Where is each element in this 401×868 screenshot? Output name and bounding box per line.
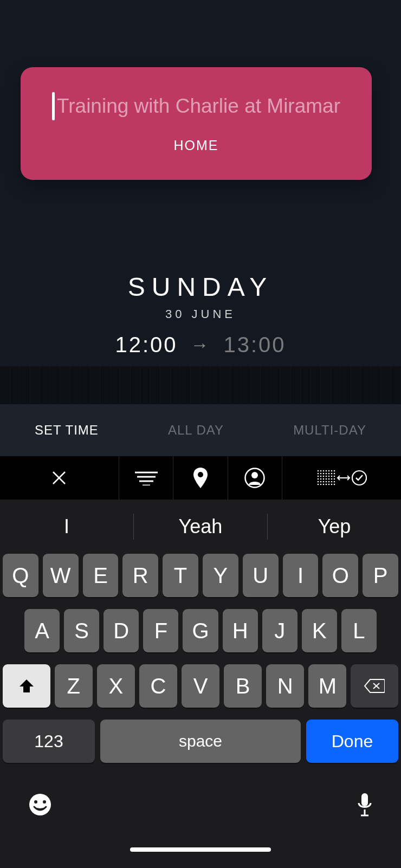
svg-point-24 bbox=[320, 476, 321, 477]
svg-point-29 bbox=[333, 476, 335, 477]
key-q[interactable]: Q bbox=[3, 554, 38, 597]
svg-point-34 bbox=[328, 478, 329, 480]
svg-point-56 bbox=[34, 800, 37, 804]
arrow-right-icon: → bbox=[191, 334, 211, 355]
svg-point-26 bbox=[325, 476, 327, 477]
svg-point-11 bbox=[322, 470, 324, 472]
key-r[interactable]: R bbox=[122, 554, 158, 597]
key-x[interactable]: X bbox=[97, 664, 135, 708]
key-d[interactable]: D bbox=[104, 609, 139, 652]
svg-point-44 bbox=[317, 484, 319, 485]
event-title-input[interactable]: Training with Charlie at Miramar bbox=[21, 92, 372, 120]
time-mode-tabs: SET TIME ALL DAY MULTI-DAY bbox=[0, 404, 401, 456]
key-shift[interactable] bbox=[3, 664, 50, 708]
svg-point-45 bbox=[320, 484, 321, 485]
svg-point-16 bbox=[317, 473, 319, 475]
invitee-button[interactable] bbox=[228, 456, 282, 500]
tab-set-time[interactable]: SET TIME bbox=[35, 423, 99, 438]
svg-point-48 bbox=[328, 484, 329, 485]
key-done[interactable]: Done bbox=[306, 720, 398, 763]
key-z[interactable]: Z bbox=[55, 664, 93, 708]
person-icon bbox=[244, 468, 265, 488]
time-scrubber[interactable] bbox=[0, 366, 401, 404]
key-b[interactable]: B bbox=[224, 664, 262, 708]
home-indicator[interactable] bbox=[130, 847, 271, 852]
shift-icon bbox=[20, 679, 34, 692]
svg-point-40 bbox=[325, 481, 327, 483]
backspace-icon bbox=[364, 678, 385, 694]
svg-point-30 bbox=[317, 478, 319, 480]
svg-point-42 bbox=[331, 481, 332, 483]
key-space[interactable]: space bbox=[100, 720, 301, 763]
svg-point-38 bbox=[320, 481, 321, 483]
svg-point-20 bbox=[328, 473, 329, 475]
key-m[interactable]: M bbox=[308, 664, 346, 708]
svg-point-32 bbox=[322, 478, 324, 480]
suggestion-2[interactable]: Yeah bbox=[134, 515, 267, 538]
location-pin-icon bbox=[193, 468, 208, 488]
time-row[interactable]: 12:00 → 13:00 bbox=[0, 333, 401, 357]
svg-point-12 bbox=[325, 470, 327, 472]
key-h[interactable]: H bbox=[223, 609, 258, 652]
svg-point-15 bbox=[333, 470, 335, 472]
location-button[interactable] bbox=[173, 456, 228, 500]
svg-point-31 bbox=[320, 478, 321, 480]
svg-point-22 bbox=[333, 473, 335, 475]
svg-point-55 bbox=[29, 794, 51, 815]
key-v[interactable]: V bbox=[182, 664, 219, 708]
suggestion-3[interactable]: Yep bbox=[268, 515, 401, 538]
close-icon bbox=[51, 470, 67, 486]
keyboard-suggestions: I Yeah Yep bbox=[0, 500, 401, 554]
end-time[interactable]: 13:00 bbox=[224, 333, 286, 357]
tab-multi-day[interactable]: MULTI-DAY bbox=[293, 423, 366, 438]
key-123[interactable]: 123 bbox=[3, 720, 95, 763]
tab-all-day[interactable]: ALL DAY bbox=[168, 423, 224, 438]
svg-point-14 bbox=[331, 470, 332, 472]
svg-point-35 bbox=[331, 478, 332, 480]
key-l[interactable]: L bbox=[341, 609, 377, 652]
key-o[interactable]: O bbox=[322, 554, 358, 597]
text-cursor bbox=[52, 92, 55, 120]
event-card: Training with Charlie at Miramar HOME bbox=[21, 67, 372, 180]
key-p[interactable]: P bbox=[363, 554, 398, 597]
key-t[interactable]: T bbox=[163, 554, 198, 597]
confirm-button[interactable] bbox=[282, 456, 401, 500]
key-a[interactable]: A bbox=[24, 609, 60, 652]
key-n[interactable]: N bbox=[266, 664, 304, 708]
emoji-button[interactable] bbox=[28, 793, 52, 819]
svg-point-25 bbox=[322, 476, 324, 477]
microphone-icon bbox=[357, 792, 373, 817]
event-title-placeholder: Training with Charlie at Miramar bbox=[57, 95, 340, 118]
suggestion-1[interactable]: I bbox=[0, 515, 133, 538]
svg-point-28 bbox=[331, 476, 332, 477]
key-y[interactable]: Y bbox=[203, 554, 238, 597]
svg-rect-58 bbox=[361, 793, 368, 806]
svg-point-8 bbox=[251, 472, 258, 478]
dictation-button[interactable] bbox=[357, 792, 373, 819]
key-s[interactable]: S bbox=[64, 609, 99, 652]
svg-point-6 bbox=[198, 472, 203, 477]
day-date: 30 JUNE bbox=[0, 307, 401, 321]
key-u[interactable]: U bbox=[243, 554, 279, 597]
svg-point-46 bbox=[322, 484, 324, 485]
svg-point-9 bbox=[317, 470, 319, 472]
close-button[interactable] bbox=[0, 456, 119, 500]
key-c[interactable]: C bbox=[139, 664, 177, 708]
key-j[interactable]: J bbox=[262, 609, 297, 652]
event-calendar-label[interactable]: HOME bbox=[174, 138, 219, 153]
svg-point-43 bbox=[333, 481, 335, 483]
svg-point-33 bbox=[325, 478, 327, 480]
key-g[interactable]: G bbox=[183, 609, 218, 652]
grid-to-check-icon bbox=[316, 468, 368, 488]
key-delete[interactable] bbox=[351, 664, 398, 708]
key-f[interactable]: F bbox=[143, 609, 178, 652]
key-i[interactable]: I bbox=[283, 554, 319, 597]
notes-button[interactable] bbox=[119, 456, 173, 500]
key-k[interactable]: K bbox=[302, 609, 337, 652]
key-e[interactable]: E bbox=[83, 554, 119, 597]
svg-point-50 bbox=[333, 484, 335, 485]
svg-point-39 bbox=[322, 481, 324, 483]
svg-point-36 bbox=[333, 478, 335, 480]
key-w[interactable]: W bbox=[43, 554, 79, 597]
start-time[interactable]: 12:00 bbox=[115, 333, 177, 357]
